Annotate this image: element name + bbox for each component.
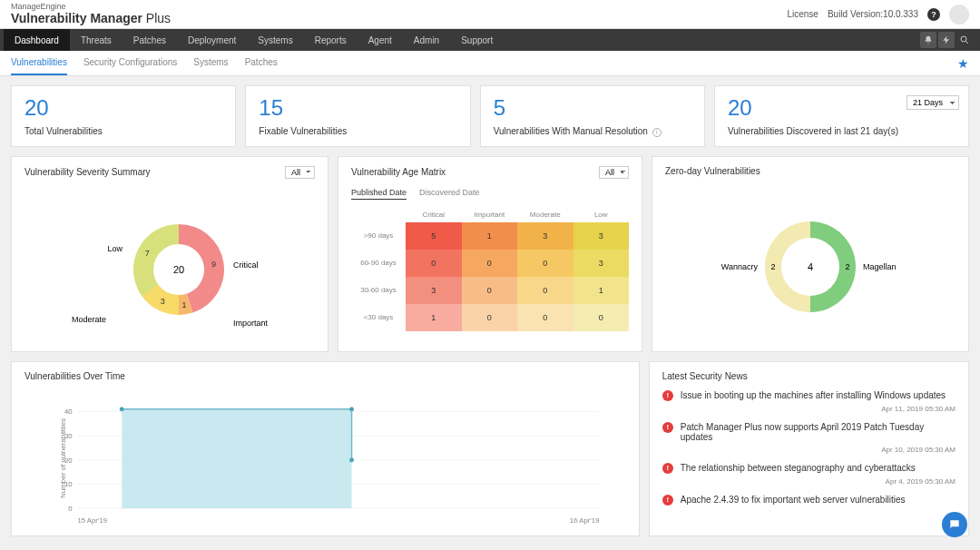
panel-title: Vulnerability Severity Summary: [24, 167, 151, 177]
news-item[interactable]: !Patch Manager Plus now supports April 2…: [662, 422, 956, 442]
matrix-cell[interactable]: 3: [573, 222, 630, 250]
svg-text:2: 2: [770, 262, 775, 271]
svg-text:3: 3: [161, 296, 165, 305]
build-version: Build Version:10.0.333: [828, 9, 918, 19]
matrix-cell[interactable]: 0: [462, 304, 518, 331]
svg-line-1: [966, 42, 969, 44]
nav-admin[interactable]: Admin: [403, 29, 450, 51]
stat-total-vulnerabilities[interactable]: 20 Total Vulnerabilities: [11, 85, 236, 147]
panel-security-news: Latest Security News !Issue in booting u…: [649, 361, 969, 536]
panel-title: Latest Security News: [662, 371, 748, 381]
stat-row: 20 Total Vulnerabilities 15 Fixable Vuln…: [11, 85, 969, 147]
panel-vuln-over-time: Vulnerabilities Over Time Number of vuln…: [11, 361, 640, 536]
matrix-cell[interactable]: 1: [573, 277, 630, 304]
chat-fab-button[interactable]: [942, 512, 967, 537]
subnav-security-configurations[interactable]: Security Configurations: [83, 51, 177, 75]
zeroday-donut-chart[interactable]: 422WannacryMagellan: [665, 185, 956, 339]
stat-discovered-recent[interactable]: 20 Vulnerabilities Discovered in last 21…: [714, 85, 969, 147]
sub-nav: VulnerabilitiesSecurity ConfigurationsSy…: [0, 51, 980, 76]
age-filter-select[interactable]: All: [599, 166, 629, 179]
panel-severity-summary: Vulnerability Severity Summary All 91372…: [11, 156, 328, 352]
svg-text:16 Apr'19: 16 Apr'19: [570, 516, 600, 524]
matrix-cell[interactable]: 0: [517, 277, 573, 304]
nav-support[interactable]: Support: [450, 29, 504, 51]
user-avatar[interactable]: [949, 5, 969, 25]
matrix-cell[interactable]: 1: [462, 222, 518, 250]
header-right: License Build Version:10.0.333 ?: [787, 5, 969, 25]
nav-patches[interactable]: Patches: [122, 29, 177, 51]
matrix-cell[interactable]: 0: [517, 250, 573, 277]
age-matrix-heatmap[interactable]: CriticalImportantModerateLow>90 days5133…: [351, 207, 629, 331]
svg-text:2: 2: [845, 262, 849, 271]
alert-icon: !: [662, 463, 673, 474]
stat-value: 15: [259, 95, 456, 121]
app-header: ManageEngine Vulnerability Manager Plus …: [0, 0, 980, 29]
alert-icon: !: [662, 390, 673, 401]
severity-filter-select[interactable]: All: [285, 166, 315, 179]
stat-fixable-vulnerabilities[interactable]: 15 Fixable Vulnerabilities: [245, 85, 470, 147]
timerange-select[interactable]: 21 Days: [906, 95, 959, 110]
main-nav: DashboardThreatsPatchesDeploymentSystems…: [0, 29, 980, 51]
nav-agent[interactable]: Agent: [358, 29, 403, 51]
license-link[interactable]: License: [787, 9, 818, 19]
news-item[interactable]: !Issue in booting up the machines after …: [662, 390, 956, 401]
news-item[interactable]: !The relationship between steganography …: [662, 463, 956, 474]
subnav-patches[interactable]: Patches: [245, 51, 278, 75]
news-date: Apr 10, 2019 05:30 AM: [662, 446, 956, 454]
matrix-cell[interactable]: 0: [517, 304, 573, 331]
panel-row-1: Vulnerability Severity Summary All 91372…: [11, 156, 969, 352]
svg-text:Magellan: Magellan: [863, 262, 897, 271]
stat-label: Fixable Vulnerabilities: [259, 126, 456, 136]
info-icon[interactable]: i: [652, 128, 662, 137]
news-text: Patch Manager Plus now supports April 20…: [681, 422, 956, 442]
svg-text:1: 1: [182, 300, 187, 309]
matrix-cell[interactable]: 1: [406, 304, 462, 331]
matrix-tab-0[interactable]: Published Date: [351, 188, 407, 200]
svg-text:Critical: Critical: [233, 260, 259, 270]
help-icon[interactable]: ?: [927, 8, 940, 21]
stat-label: Vulnerabilities Discovered in last 21 da…: [728, 126, 956, 136]
nav-systems[interactable]: Systems: [247, 29, 303, 51]
news-date: Apr 4, 2019 05:30 AM: [662, 477, 956, 486]
severity-donut-chart[interactable]: 913720CriticalImportantModerateLow: [24, 188, 315, 342]
svg-text:Moderate: Moderate: [72, 315, 106, 324]
svg-text:Important: Important: [233, 319, 269, 328]
matrix-cell[interactable]: 3: [406, 277, 462, 304]
news-text: The relationship between steganography a…: [681, 463, 956, 473]
matrix-cell[interactable]: 0: [406, 250, 462, 277]
footer-copyright: © Copyright 2019, ZOHO Corp.: [0, 545, 980, 551]
matrix-cell[interactable]: 0: [573, 304, 630, 331]
news-text: Apache 2.4.39 to fix important web serve…: [681, 495, 956, 505]
svg-point-28: [349, 407, 354, 411]
panel-row-2: Vulnerabilities Over Time Number of vuln…: [11, 361, 969, 536]
panel-title: Zero-day Vulnerabilities: [665, 166, 760, 176]
nav-deployment[interactable]: Deployment: [177, 29, 247, 51]
panel-age-matrix: Vulnerability Age Matrix All Published D…: [338, 156, 642, 352]
nav-threats[interactable]: Threats: [70, 29, 122, 51]
stat-label: Total Vulnerabilities: [24, 126, 222, 136]
brand: ManageEngine Vulnerability Manager Plus: [11, 3, 171, 26]
alert-icon: !: [662, 422, 673, 433]
matrix-cell[interactable]: 3: [573, 250, 630, 277]
notifications-icon[interactable]: [920, 32, 936, 48]
panel-title: Vulnerabilities Over Time: [24, 371, 125, 381]
svg-text:Wannacry: Wannacry: [721, 262, 759, 271]
svg-text:7: 7: [145, 249, 150, 258]
nav-reports[interactable]: Reports: [304, 29, 358, 51]
stat-value: 5: [494, 95, 691, 121]
matrix-cell[interactable]: 5: [406, 222, 462, 250]
nav-dashboard[interactable]: Dashboard: [4, 29, 70, 51]
bolt-icon[interactable]: [938, 32, 955, 48]
subnav-vulnerabilities[interactable]: Vulnerabilities: [11, 51, 67, 75]
matrix-cell[interactable]: 0: [462, 250, 518, 277]
matrix-cell[interactable]: 3: [517, 222, 573, 250]
stat-manual-resolution[interactable]: 5 Vulnerabilities With Manual Resolution…: [480, 85, 705, 147]
favorite-icon[interactable]: ★: [957, 56, 969, 71]
matrix-cell[interactable]: 0: [462, 277, 518, 304]
subnav-systems[interactable]: Systems: [193, 51, 228, 75]
news-item[interactable]: !Apache 2.4.39 to fix important web serv…: [662, 495, 956, 506]
search-icon[interactable]: [956, 32, 973, 48]
over-time-chart[interactable]: Number of vulnerabilities 40302010015 Ap…: [24, 390, 626, 526]
svg-point-29: [349, 457, 354, 462]
matrix-tab-1[interactable]: Discovered Date: [419, 188, 480, 200]
